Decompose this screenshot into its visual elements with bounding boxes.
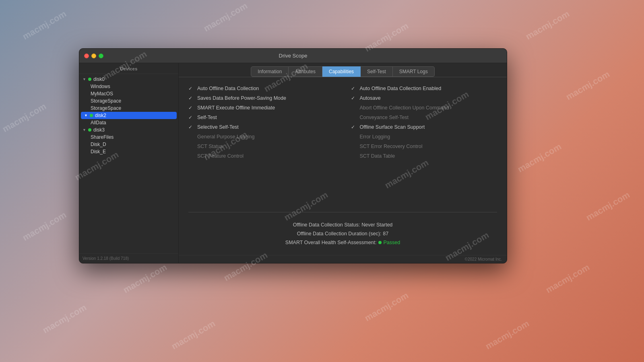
disk-status-dot <box>88 78 91 81</box>
sidebar-header: Devices <box>79 63 178 74</box>
cap-item: ✓ Self-Test <box>188 113 335 122</box>
sidebar-item-label: disk2 <box>95 113 106 118</box>
capabilities-panel: ✓ Auto Offline Data Collection ✓ Saves D… <box>179 77 507 255</box>
sidebar-item-label: ShareFiles <box>91 134 114 140</box>
sidebar-item-label: AllData <box>91 120 106 125</box>
cap-label: General Purpose Logging <box>197 134 254 140</box>
check-icon: ✓ <box>188 115 195 120</box>
sidebar-item-mymacos[interactable]: MyMacOS <box>79 90 178 97</box>
cap-label: Selective Self-Test <box>197 124 239 130</box>
cap-item: Conveyance Self-Test <box>351 113 497 122</box>
close-button[interactable] <box>84 53 89 58</box>
window-title: Drive Scope <box>279 53 308 59</box>
sidebar-tree: ▼ disk0 Windows MyMacOS StorageSpace Sto… <box>79 74 178 253</box>
tab-capabilities[interactable]: Capabilities <box>322 66 361 77</box>
cap-item: SCT Status <box>188 142 335 151</box>
capabilities-grid: ✓ Auto Offline Data Collection ✓ Saves D… <box>188 84 497 209</box>
cap-label: Conveyance Self-Test <box>360 115 409 120</box>
offline-duration-label: Offline Data Collection Duration (sec): <box>297 231 382 237</box>
cap-item: ✓ SMART Execute Offline Immediate <box>188 103 335 113</box>
offline-duration-row: Offline Data Collection Duration (sec): … <box>188 229 497 238</box>
traffic-lights <box>84 53 103 58</box>
tab-smart-logs[interactable]: SMART Logs <box>393 66 435 77</box>
sidebar-item-label: disk0 <box>93 76 105 82</box>
cap-label: Autosave <box>360 95 381 101</box>
sidebar-item-disk-e[interactable]: Disk_E <box>79 148 178 155</box>
sidebar-item-disk0[interactable]: ▼ disk0 <box>79 76 178 83</box>
copyright: ©2022 Micromat Inc. <box>179 255 507 263</box>
sidebar-item-label: Disk_D <box>91 142 106 147</box>
sidebar-item-label: Disk_E <box>91 149 106 154</box>
cap-item: SCT Data Table <box>351 151 497 161</box>
tab-self-test[interactable]: Self-Test <box>361 66 393 77</box>
cap-label: Saves Data Before Power-Saving Mode <box>197 95 286 101</box>
tab-information[interactable]: Information <box>251 66 289 77</box>
maximize-button[interactable] <box>99 53 103 58</box>
cap-label: SCT Data Table <box>360 153 395 159</box>
check-icon: ✓ <box>351 124 357 130</box>
cap-item: ✓ Selective Self-Test <box>188 122 335 132</box>
sidebar-item-disk2[interactable]: ▼ disk2 <box>81 112 177 119</box>
sidebar-item-disk-d[interactable]: Disk_D <box>79 141 178 148</box>
status-section: Offline Data Collection Status: Never St… <box>188 216 497 249</box>
offline-duration-value: 87 <box>383 231 388 237</box>
sidebar-item-label: disk3 <box>93 127 105 133</box>
sidebar-item-windows[interactable]: Windows <box>79 83 178 90</box>
main-content: Information Attributes Capabilities Self… <box>179 63 507 263</box>
cap-label: SCT Error Recovery Control <box>360 144 423 149</box>
offline-status-row: Offline Data Collection Status: Never St… <box>188 220 497 229</box>
check-icon: ✓ <box>188 105 195 111</box>
cap-label: Auto Offline Data Collection Enabled <box>360 86 442 91</box>
smart-health-label: SMART Overall Health Self-Assessment: <box>285 240 377 245</box>
check-icon: ✓ <box>351 86 357 91</box>
capabilities-right-column: ✓ Auto Offline Data Collection Enabled ✓… <box>351 84 497 209</box>
check-icon: ✓ <box>188 124 195 130</box>
disk-status-dot <box>90 114 93 117</box>
arrow-icon: ▼ <box>83 128 87 132</box>
check-icon: ✓ <box>188 95 195 101</box>
sidebar-item-storagespace1[interactable]: StorageSpace <box>79 97 178 105</box>
sidebar-item-label: StorageSpace <box>91 105 121 111</box>
sidebar-item-label: StorageSpace <box>91 98 121 104</box>
disk-status-dot <box>88 128 91 132</box>
cap-label: Self-Test <box>197 115 217 120</box>
capabilities-left-column: ✓ Auto Offline Data Collection ✓ Saves D… <box>188 84 335 209</box>
cap-item: Abort Offline Collection Upon Command <box>351 103 497 113</box>
offline-status-label: Offline Data Collection Status: <box>293 222 360 228</box>
cap-item: SCT Error Recovery Control <box>351 142 497 151</box>
cap-item: General Purpose Logging <box>188 132 335 142</box>
version-label: Version 1.2.18 (Build 718) <box>79 253 178 263</box>
window-body: Devices ▼ disk0 Windows MyMacOS StorageS… <box>79 63 507 263</box>
arrow-icon: ▼ <box>84 113 89 117</box>
smart-health-value: Passed <box>384 240 400 245</box>
cap-item: SCT Feature Control <box>188 151 335 161</box>
cap-item: ✓ Offline Surface Scan Support <box>351 122 497 132</box>
sidebar-item-disk3[interactable]: ▼ disk3 <box>79 126 178 134</box>
check-icon: ✓ <box>188 86 195 91</box>
smart-health-row: SMART Overall Health Self-Assessment: Pa… <box>188 238 497 247</box>
cap-label: SCT Status <box>197 144 223 149</box>
cap-label: Auto Offline Data Collection <box>197 86 259 91</box>
cap-item: Error Logging <box>351 132 497 142</box>
sidebar-item-sharefiles[interactable]: ShareFiles <box>79 134 178 141</box>
sidebar-item-alldata[interactable]: AllData <box>79 119 178 126</box>
cap-label: Offline Surface Scan Support <box>360 124 425 130</box>
titlebar: Drive Scope <box>79 49 507 63</box>
minimize-button[interactable] <box>91 53 96 58</box>
offline-status-value: Never Started <box>361 222 392 228</box>
section-divider <box>188 212 497 212</box>
tab-bar: Information Attributes Capabilities Self… <box>179 63 507 77</box>
sidebar: Devices ▼ disk0 Windows MyMacOS StorageS… <box>79 63 179 263</box>
cap-item: ✓ Auto Offline Data Collection <box>188 84 335 93</box>
cap-label: SCT Feature Control <box>197 153 244 159</box>
health-status-dot <box>378 241 382 244</box>
sidebar-item-label: Windows <box>91 84 110 89</box>
tab-attributes[interactable]: Attributes <box>289 66 322 77</box>
app-window: Drive Scope Devices ▼ disk0 Windows MyMa… <box>79 48 507 263</box>
check-icon: ✓ <box>351 95 357 101</box>
sidebar-item-storagespace2[interactable]: StorageSpace <box>79 105 178 112</box>
cap-item: ✓ Autosave <box>351 93 497 103</box>
sidebar-item-label: MyMacOS <box>91 91 113 97</box>
cap-item: ✓ Saves Data Before Power-Saving Mode <box>188 93 335 103</box>
arrow-icon: ▼ <box>83 77 87 81</box>
